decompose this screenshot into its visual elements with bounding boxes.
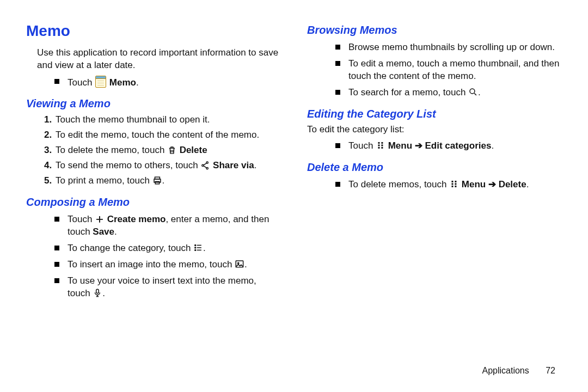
svg-rect-22	[455, 183, 457, 185]
memo-app-icon	[95, 76, 106, 88]
heading-delete: Delete a Memo	[307, 160, 562, 175]
browsing-item-3: To search for a memo, touch .	[335, 87, 562, 99]
svg-rect-14	[382, 142, 383, 144]
editing-category-intro: To edit the category list:	[307, 124, 562, 136]
composing-item-3: To insert an image into the memo, touch …	[54, 259, 281, 271]
viewing-step-3: To delete the memo, touch Delete	[54, 144, 281, 157]
trash-icon	[167, 145, 177, 155]
composing-list: Touch Create memo, enter a memo, and the…	[26, 213, 281, 300]
print-icon	[152, 176, 162, 186]
viewing-list: Touch the memo thumbnail to open it. To …	[26, 114, 281, 187]
heading-viewing: Viewing a Memo	[26, 96, 281, 111]
browsing-item-2: To edit a memo, touch a memo thumbnail, …	[335, 58, 562, 83]
search-icon	[468, 87, 478, 97]
right-column: Browsing Memos Browse memo thumbnails by…	[307, 21, 562, 304]
svg-rect-18	[382, 147, 383, 149]
composing-item-4: To use your voice to insert text into th…	[54, 275, 281, 300]
plus-icon	[95, 215, 105, 224]
menu-icon	[449, 179, 459, 189]
heading-editing-category: Editing the Category List	[307, 107, 562, 121]
svg-rect-24	[455, 186, 457, 187]
page-footer: Applications 72	[482, 365, 555, 377]
image-icon	[235, 259, 244, 269]
heading-composing: Composing a Memo	[26, 195, 281, 210]
composing-item-2: To change the category, touch .	[54, 242, 281, 255]
svg-point-7	[195, 247, 196, 248]
svg-point-12	[470, 89, 475, 94]
footer-page-number: 72	[546, 366, 555, 375]
svg-point-2	[206, 167, 208, 169]
svg-point-8	[195, 250, 196, 251]
composing-item-1: Touch Create memo, enter a memo, and the…	[54, 213, 281, 238]
svg-rect-20	[455, 181, 457, 182]
svg-rect-23	[452, 186, 454, 187]
viewing-step-4: To send the memo to others, touch Share …	[54, 160, 281, 172]
microphone-icon	[93, 288, 102, 298]
svg-point-1	[206, 162, 208, 163]
svg-rect-11	[96, 290, 99, 293]
svg-point-6	[195, 245, 196, 246]
share-icon	[200, 161, 210, 170]
list-icon	[193, 243, 203, 253]
svg-rect-15	[378, 145, 380, 146]
svg-rect-17	[378, 147, 380, 149]
browsing-item-1: Browse memo thumbnails by scrolling up o…	[335, 41, 562, 54]
svg-point-0	[202, 164, 204, 166]
svg-rect-19	[452, 181, 454, 182]
editing-category-item: Touch Menu ➔ Edit categories.	[335, 140, 562, 152]
page-title: Memo	[26, 21, 281, 41]
heading-browsing: Browsing Memos	[307, 23, 562, 38]
viewing-step-1: Touch the memo thumbnail to open it.	[54, 114, 281, 126]
viewing-step-2: To edit the memo, touch the content of t…	[54, 129, 281, 142]
browsing-list: Browse memo thumbnails by scrolling up o…	[307, 41, 562, 99]
delete-item: To delete memos, touch Menu ➔ Delete.	[335, 179, 562, 191]
touch-memo-item: Touch Memo.	[54, 76, 281, 89]
intro-text: Use this application to record important…	[26, 47, 281, 72]
left-column: Memo Use this application to record impo…	[26, 21, 281, 304]
svg-rect-13	[378, 142, 380, 144]
svg-rect-16	[382, 145, 383, 146]
menu-icon	[376, 140, 385, 150]
svg-point-10	[238, 263, 239, 264]
footer-section: Applications	[482, 366, 529, 375]
svg-rect-21	[452, 183, 454, 185]
viewing-step-5: To print a memo, touch .	[54, 175, 281, 187]
